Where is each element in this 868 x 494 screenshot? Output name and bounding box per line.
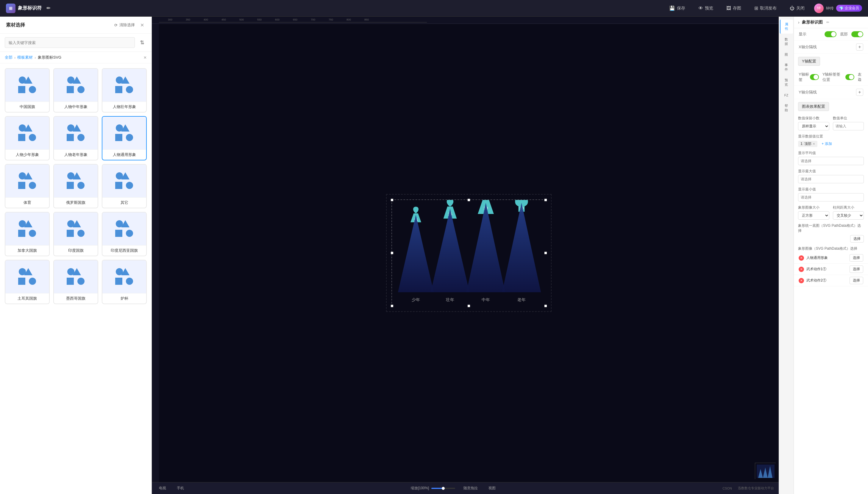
- tab-attribute[interactable]: 属性: [780, 20, 793, 34]
- material-item-2[interactable]: 系统 人物中年形象: [53, 68, 98, 113]
- material-item-13[interactable]: 系统 土耳其国旗: [5, 260, 50, 304]
- img-select-button-1[interactable]: 选择: [850, 254, 863, 262]
- material-item-9[interactable]: 系统 其它: [102, 164, 147, 208]
- x-axis-label: X轴分隔线: [799, 44, 817, 50]
- svg-text:600: 600: [275, 18, 280, 21]
- grid-icon: ⊞: [754, 5, 758, 11]
- avg-row: 显示平均值: [794, 149, 868, 167]
- breadcrumb-templates[interactable]: 模板素材: [17, 55, 33, 60]
- collapse-icon[interactable]: ›: [798, 20, 799, 25]
- material-item-3[interactable]: 系统 人物壮年形象: [102, 68, 147, 113]
- cancel-publish-button[interactable]: ⊞ 取消发布: [751, 4, 780, 13]
- clear-label: 清除选择: [119, 22, 135, 28]
- tv-button[interactable]: 电视: [156, 484, 169, 492]
- tab-event[interactable]: 事件: [780, 60, 793, 74]
- breadcrumb-close-icon[interactable]: ✕: [144, 55, 147, 60]
- min-row: 显示最小值: [794, 185, 868, 203]
- close-panel-button[interactable]: ✕: [138, 21, 146, 28]
- close-button[interactable]: ⏻ 关闭: [786, 4, 808, 13]
- section-edit-icon[interactable]: ✏: [826, 20, 829, 24]
- canvas-main[interactable]: 15 25: [159, 24, 779, 482]
- svg-text:中年: 中年: [482, 297, 490, 302]
- material-item-4[interactable]: 系统 人物少年形象: [5, 116, 50, 160]
- x-axis-add-button[interactable]: +: [856, 43, 863, 51]
- svg-text:350: 350: [186, 18, 190, 21]
- unified-img-select-button[interactable]: 选择: [850, 235, 864, 243]
- view-button[interactable]: 视图: [486, 484, 498, 492]
- y-sign-toggle[interactable]: [845, 74, 854, 80]
- save-image-button[interactable]: 🖼 存图: [723, 4, 745, 13]
- y-axis-config-button[interactable]: Y轴配置: [798, 57, 820, 66]
- material-item-1[interactable]: 系统 中国国旗: [5, 68, 50, 113]
- material-item-11[interactable]: 系统 印度国旗: [53, 212, 98, 256]
- save-icon: 💾: [669, 5, 675, 11]
- material-icon-5: [54, 117, 98, 149]
- tab-data[interactable]: 数据: [780, 35, 793, 49]
- material-item-15[interactable]: 系统 炉杯: [102, 260, 147, 304]
- material-icon-3: [102, 69, 146, 101]
- topbar: ⊞ 象形标识符 ✏ 💾 保存 👁 预览 🖼 存图 ⊞ 取消发布 ⏻ 关闭 钟 钟…: [0, 0, 868, 17]
- preview-icon: 👁: [698, 6, 703, 11]
- topbar-actions: 💾 保存 👁 预览 🖼 存图 ⊞ 取消发布 ⏻ 关闭 钟 钟传 💎 企业会员: [665, 4, 862, 13]
- min-input[interactable]: [798, 193, 864, 202]
- y-divider-add-button[interactable]: +: [856, 89, 863, 96]
- unit-input[interactable]: [833, 122, 864, 130]
- material-name-15: 炉杯: [102, 293, 146, 304]
- position-add-button[interactable]: + 添加: [820, 141, 833, 147]
- bottom-bar: 电视 手机 缩放[100%] 随意拖拉 视图 CSON 迅数数仓专业版动力平台: [152, 482, 779, 494]
- decimal-select[interactable]: 原样显示: [798, 122, 829, 130]
- icon-distance-select[interactable]: 交叉较少: [833, 211, 864, 220]
- svg-rect-26: [18, 182, 25, 189]
- position-tag: 1: 顶部 ✕: [798, 141, 817, 147]
- material-item-12[interactable]: 系统 印度尼西亚国旗: [102, 212, 147, 256]
- display-label: 显示: [799, 32, 806, 37]
- svg-point-23: [126, 134, 133, 141]
- drag-button[interactable]: 随意拖拉: [461, 484, 480, 492]
- tab-fz[interactable]: FZ: [780, 91, 793, 100]
- material-item-5[interactable]: 系统 人物老年形象: [53, 116, 98, 160]
- display-toggle[interactable]: [825, 31, 836, 37]
- save-button[interactable]: 💾 保存: [665, 4, 689, 13]
- clear-selection-button[interactable]: ⟳ 清除选择: [114, 22, 135, 28]
- y-label-toggle[interactable]: [810, 74, 819, 80]
- preview-label: 预览: [705, 6, 713, 11]
- sort-icon[interactable]: ⇅: [137, 38, 147, 47]
- tab-preview[interactable]: 预览: [780, 76, 793, 90]
- material-item-10[interactable]: 系统 加拿大国旗: [5, 212, 50, 256]
- save-label: 保存: [677, 6, 685, 11]
- material-item-8[interactable]: 系统 俄罗斯国旗: [53, 164, 98, 208]
- svg-rect-2: [18, 86, 25, 93]
- img-remove-1[interactable]: ✕: [799, 255, 804, 261]
- title-edit-icon[interactable]: ✏: [46, 5, 50, 11]
- breadcrumb: 全部 › 模板素材 › 象形图标SVG ✕: [0, 52, 152, 63]
- avg-input[interactable]: [798, 157, 864, 165]
- zoom-slider[interactable]: [431, 488, 455, 489]
- bottom-label: 底部: [840, 32, 848, 37]
- max-input[interactable]: [798, 175, 864, 183]
- avg-label: 显示平均值: [798, 151, 864, 156]
- search-input[interactable]: [5, 37, 135, 48]
- breadcrumb-all[interactable]: 全部: [5, 55, 13, 60]
- position-tag-remove[interactable]: ✕: [813, 142, 815, 146]
- tab-chart[interactable]: 图: [780, 50, 793, 59]
- y-sign-value: 左边: [858, 72, 863, 82]
- close-icon: ✕: [140, 22, 144, 28]
- phone-button[interactable]: 手机: [174, 484, 186, 492]
- img-select-button-2[interactable]: 选择: [850, 265, 863, 273]
- bottom-toggle[interactable]: [851, 31, 863, 37]
- svg-rect-54: [67, 278, 74, 285]
- tab-help[interactable]: 帮助: [780, 101, 793, 115]
- img-name-3: 武术动作2①: [806, 278, 826, 283]
- img-remove-3[interactable]: ✕: [799, 278, 804, 283]
- img-select-button-3[interactable]: 选择: [850, 277, 863, 284]
- preview-button[interactable]: 👁 预览: [695, 4, 717, 13]
- svg-point-39: [29, 230, 36, 237]
- left-panel: 素材选择 ⟳ 清除选择 ✕ ⇅ 全部 › 模板素材 › 象形图标SVG ✕: [0, 17, 152, 494]
- material-item-7[interactable]: 系统 体育: [5, 164, 50, 208]
- material-item-6[interactable]: 系统 ✓ 人物通用形象: [102, 116, 147, 160]
- img-remove-2[interactable]: ✕: [799, 267, 804, 272]
- material-item-14[interactable]: 系统 墨西哥国旗: [53, 260, 98, 304]
- power-icon: ⏻: [790, 6, 794, 11]
- chart-effect-button[interactable]: 图表效果配置: [798, 102, 829, 111]
- icon-size-select[interactable]: 正方形: [798, 211, 829, 220]
